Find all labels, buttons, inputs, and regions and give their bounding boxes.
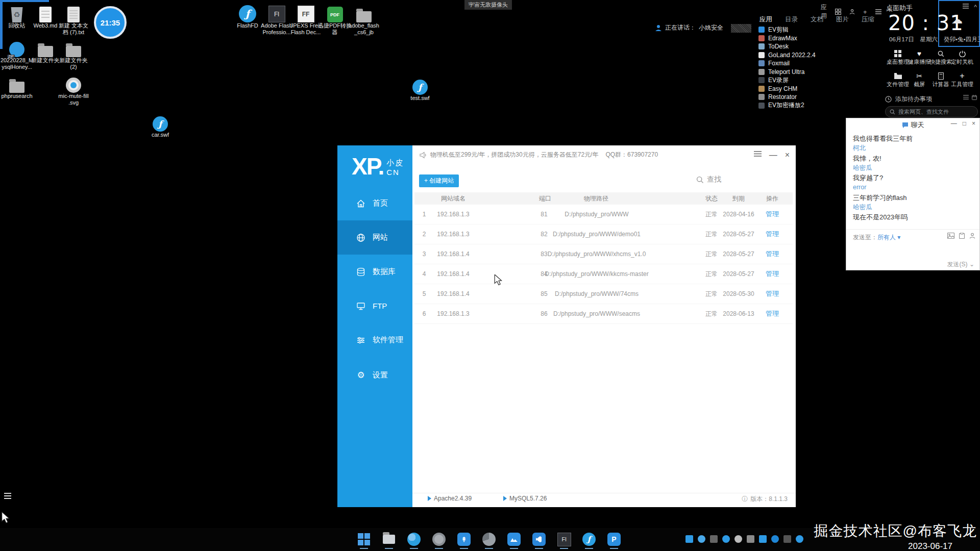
app-item-ev-player[interactable]: EV加密播放2 [758, 102, 816, 110]
tray-icon[interactable] [710, 535, 718, 543]
add-todo-row[interactable]: 添加待办事项 [885, 95, 932, 104]
app-item-todesk[interactable]: ToDesk [758, 42, 816, 51]
desktop-clock-widget[interactable]: 21:35 [94, 6, 127, 39]
apache-status[interactable]: Apache2.4.39 [428, 495, 472, 502]
tray-icon[interactable] [698, 535, 705, 543]
tray-icon[interactable] [747, 535, 754, 543]
send-to-selector[interactable]: 发送至：所有人 ▾ [853, 233, 900, 242]
image-attach-icon[interactable] [947, 233, 954, 239]
tab-documents[interactable]: 文档 [811, 15, 823, 24]
app-item-teleport-ultra[interactable]: Teleport Ultra [758, 68, 816, 77]
desktop-icon-new-text-file[interactable]: 新建 文本文 档 (7).txt [57, 3, 90, 36]
taskbar-vscode[interactable] [532, 532, 546, 546]
mention-person-icon[interactable] [969, 233, 975, 239]
sidebar-item-settings[interactable]: ⚙ 设置 [337, 358, 412, 392]
chat-sender-name[interactable]: 哈密瓜 [846, 203, 979, 212]
desktop-icon-mic-mute-svg[interactable]: mic-mute-fill .svg [57, 73, 90, 106]
manage-link[interactable]: 管理 [766, 249, 779, 259]
app-item-foxmail[interactable]: Foxmail [758, 59, 816, 68]
table-row[interactable]: 2 192.168.1.3 82 D:/phpstudy_pro/WWW/dem… [414, 224, 793, 244]
calendar-icon[interactable] [972, 95, 977, 100]
tab-apps[interactable]: 应用 [760, 15, 772, 24]
tray-icon[interactable] [759, 535, 767, 543]
hidden-menu-icon[interactable] [4, 493, 11, 500]
taskbar-edge-browser[interactable] [407, 532, 421, 546]
chat-sender-name[interactable]: 柯北 [846, 143, 979, 153]
table-row[interactable]: 3 192.168.1.4 83 D:/phpstudy_pro/WWW/xhc… [414, 244, 793, 264]
table-row[interactable]: 4 192.168.1.4 84 D:/phpstudy_pro/WWW/kkc… [414, 264, 793, 284]
desktop-icon-phprusearch[interactable]: phprusearch [0, 73, 34, 99]
chat-message-list[interactable]: 我也得看看我三年前 柯北 我悻，农! 哈密瓜 我穿越了? error 三年前学习… [846, 134, 979, 222]
add-icon[interactable]: + [863, 8, 867, 16]
app-item-edrawmax[interactable]: EdrawMax [758, 34, 816, 43]
taskbar-tencent-meeting[interactable] [507, 532, 521, 546]
tray-icon[interactable] [771, 535, 779, 543]
app-item-goland[interactable]: GoLand 2022.2.4 [758, 51, 816, 60]
app-item-ev-record[interactable]: EV录屏 [758, 76, 816, 85]
manage-link[interactable]: 管理 [766, 309, 779, 318]
mysql-status[interactable]: MySQL5.7.26 [503, 495, 547, 502]
tab-directories[interactable]: 目录 [785, 15, 798, 24]
desktop-icon-flash-cs6-folder[interactable]: adobe_flash _cs6_jb [347, 3, 381, 36]
sidebar-item-home[interactable]: 首页 [337, 186, 412, 220]
jpexs-icon: FF [298, 6, 314, 22]
minimize-button[interactable]: — [951, 120, 957, 127]
manage-link[interactable]: 管理 [766, 289, 779, 298]
sidebar-item-ftp[interactable]: FTP [337, 289, 412, 323]
close-button[interactable]: × [972, 120, 975, 127]
quick-action-shutdown-timer[interactable]: 定时关机 [947, 49, 977, 66]
start-button[interactable] [357, 532, 371, 546]
maximize-button[interactable]: □ [963, 120, 966, 127]
tray-icon[interactable] [685, 535, 693, 543]
chat-sender-name[interactable]: error [846, 183, 979, 192]
menu-icon[interactable] [963, 4, 969, 11]
website-search[interactable]: 查找 [696, 175, 721, 184]
collapse-icon[interactable]: ^ [974, 4, 977, 11]
desktop-icon-new-folder-2[interactable]: 新建文件夹 (2) [57, 38, 90, 70]
create-website-button[interactable]: + 创建网站 [419, 174, 459, 187]
app-item-easy-chm[interactable]: Easy CHM [758, 85, 816, 93]
lunar-date-text: 癸卯•兔•四月三十 [944, 36, 980, 43]
manage-link[interactable]: 管理 [766, 269, 779, 279]
cell-domain: 192.168.1.4 [437, 290, 469, 297]
app-item-ev-cut[interactable]: EV剪辑 [758, 26, 816, 34]
taskbar-chrome-browser[interactable] [432, 532, 446, 546]
taskbar-file-explorer[interactable] [382, 532, 396, 546]
taskbar-qq-browser[interactable] [482, 532, 496, 546]
desktop-icon-test-swf[interactable]: ƒ test.swf [403, 76, 437, 102]
tray-icon[interactable] [734, 535, 742, 543]
grid-view-icon[interactable] [835, 9, 841, 15]
sidebar-item-database[interactable]: 数据库 [337, 255, 412, 289]
tray-icon[interactable] [796, 535, 803, 543]
table-row[interactable]: 6 192.168.1.3 86 D:/phpstudy_pro/WWW/sea… [414, 304, 793, 324]
send-button[interactable]: 发送(S) ⌄ [947, 260, 974, 269]
manage-link[interactable]: 管理 [766, 230, 779, 239]
tab-images[interactable]: 图片 [836, 15, 849, 24]
table-row[interactable]: 5 192.168.1.4 85 D:/phpstudy_pro/WWW/74c… [414, 284, 793, 304]
desktop-icon-car-swf[interactable]: ƒ car.swf [143, 112, 177, 138]
send-to-value[interactable]: 所有人 [877, 234, 896, 241]
taskbar-sunlogin[interactable]: ↟ [457, 532, 471, 546]
cell-expire: 2028-05-30 [723, 290, 754, 297]
table-row[interactable]: 1 192.168.1.3 81 D:/phpstudy_pro/WWW 正常 … [414, 205, 793, 224]
weather-cloud-icon[interactable]: ☁ [951, 13, 963, 27]
taskbar-flash-player[interactable]: ƒ [582, 532, 596, 546]
manage-link[interactable]: 管理 [766, 210, 779, 219]
tray-icon[interactable] [722, 535, 730, 543]
chat-compose-area[interactable]: 发送至：所有人 ▾ 发送(S) ⌄ [846, 229, 979, 270]
app-item-restorator[interactable]: Restorator [758, 93, 816, 102]
sidebar-item-websites[interactable]: 网站 [337, 220, 412, 255]
taskbar-phpstudy[interactable]: P [607, 532, 621, 546]
minimize-button[interactable]: — [769, 151, 777, 160]
sidebar-item-software[interactable]: 软件管理 [337, 323, 412, 357]
chat-sender-name[interactable]: 哈密瓜 [846, 163, 979, 173]
assistant-search-bar[interactable]: 搜索网页、查找文件 [885, 106, 978, 117]
clipboard-icon[interactable] [959, 233, 965, 239]
list-view-icon[interactable] [963, 95, 969, 100]
menu-icon[interactable] [754, 151, 762, 160]
tray-icon[interactable] [783, 535, 791, 543]
taskbar-flash-pro[interactable]: Fl [557, 532, 571, 546]
close-button[interactable]: × [785, 151, 790, 160]
quick-action-tools[interactable]: + 工具管理 [947, 71, 977, 88]
user-icon[interactable] [849, 9, 855, 15]
